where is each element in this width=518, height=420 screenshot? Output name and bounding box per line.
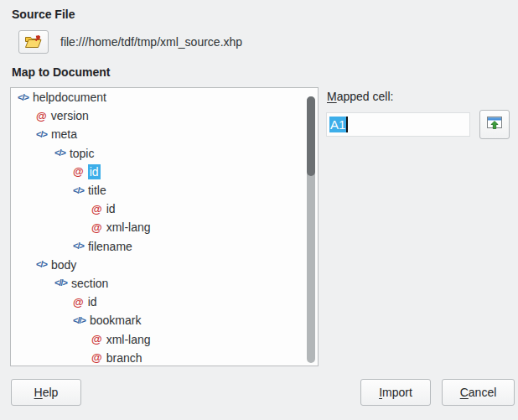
element-icon: </> [73,241,84,251]
attribute-icon: @ [91,334,102,345]
tree-rows: </>helpdocument@version</>meta</>topic@i… [11,88,318,366]
tree-item-label: xml-lang [106,333,151,346]
import-button[interactable]: Import [360,379,431,406]
mapped-cell-label: Mapped cell: [327,90,393,103]
tree-item-branch[interactable]: @branch [11,349,318,366]
source-file-title: Source File [12,8,75,21]
mapped-cell-label-mnemonic: M [327,90,337,103]
scrollbar-thumb[interactable] [307,96,315,176]
mapped-cell-input[interactable]: A1 [326,112,470,137]
tree-item-title[interactable]: </>title [11,181,318,200]
tree-item-version[interactable]: @version [11,106,318,125]
cancel-label-mnemonic: C [460,386,469,399]
tree-item-label: version [51,109,89,122]
tree-item-label: id [88,295,97,309]
repeating-element-icon: <//> [54,278,67,288]
repeating-element-icon: <//> [73,316,85,325]
tree-item-label: filename [88,240,132,253]
tree-item-id[interactable]: @id [11,293,318,311]
tree-item-filename[interactable]: </>filename [11,237,318,256]
browse-file-button[interactable] [18,30,49,54]
tree-item-label: bookmark [90,314,141,327]
tree-item-label: id [106,202,116,215]
element-icon: </> [18,93,28,102]
tree-item-body[interactable]: </>body [11,256,318,274]
attribute-icon: @ [73,297,84,308]
source-file-path: file:///home/tdf/tmp/xml_source.xhp [60,35,242,49]
help-label-mnemonic: H [34,386,43,399]
xml-tree[interactable]: </>helpdocument@version</>meta</>topic@i… [10,87,319,366]
attribute-icon: @ [36,111,47,122]
text-caret [346,117,348,132]
tree-item-topic[interactable]: </>topic [11,144,318,163]
tree-item-label: id [88,164,101,179]
tree-item-helpdocument[interactable]: </>helpdocument [11,88,318,106]
open-folder-icon [24,34,43,51]
import-label-rest: mport [382,386,412,399]
tree-item-bookmark[interactable]: <//>bookmark [11,311,318,329]
shrink-icon [486,116,503,133]
tree-item-label: topic [70,147,95,160]
element-icon: </> [54,148,65,158]
tree-item-section[interactable]: <//>section [11,274,318,293]
tree-item-xml-lang[interactable]: @xml-lang [11,329,318,348]
tree-item-label: section [71,277,108,290]
attribute-icon: @ [91,204,102,215]
tree-item-label: branch [106,351,142,365]
tree-scrollbar[interactable] [307,96,315,363]
mapped-cell-value: A1 [329,117,346,132]
shrink-range-button[interactable] [479,110,510,139]
tree-item-label: title [88,184,106,197]
tree-item-meta[interactable]: </>meta [11,125,318,143]
attribute-icon: @ [91,222,102,233]
tree-item-label: body [51,258,76,272]
tree-item-label: meta [51,127,77,141]
attribute-icon: @ [91,352,102,363]
tree-item-label: helpdocument [33,91,106,104]
element-icon: </> [73,186,84,195]
help-label-rest: elp [43,386,59,399]
cancel-label-rest: ancel [469,386,496,399]
tree-item-xml-lang[interactable]: @xml-lang [11,218,318,236]
map-to-document-title: Map to Document [12,65,110,79]
element-icon: </> [36,130,47,139]
attribute-icon: @ [73,166,84,177]
cancel-button[interactable]: Cancel [442,379,515,406]
tree-item-label: xml-lang [106,220,151,234]
tree-item-id[interactable]: @id [11,163,318,181]
element-icon: </> [36,260,47,269]
help-button[interactable]: Help [11,379,81,406]
mapped-cell-label-rest: apped cell: [337,90,394,103]
tree-item-id[interactable]: @id [11,200,318,218]
